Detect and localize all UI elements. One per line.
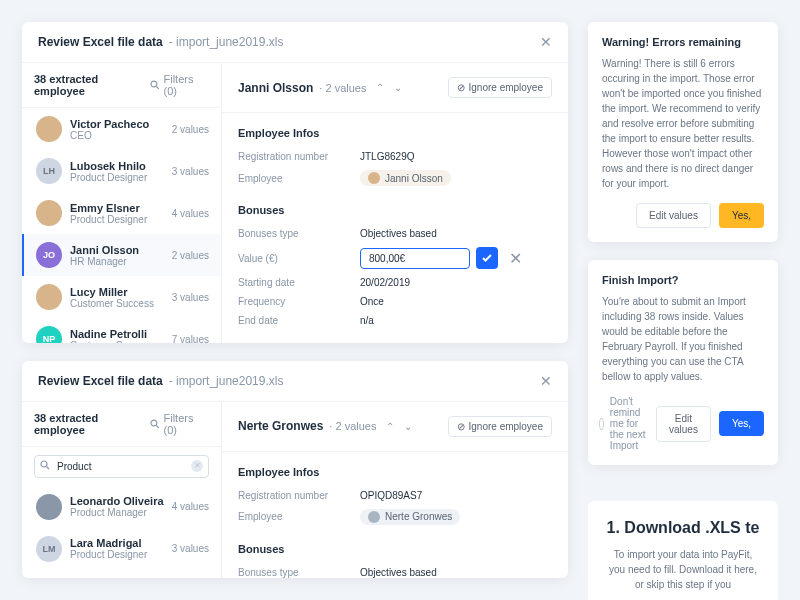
review-modal-1: Review Excel file data - import_june2019… [22, 22, 568, 343]
search-input[interactable] [34, 455, 209, 478]
svg-point-4 [151, 420, 157, 426]
step-title: 1. Download .XLS te [606, 519, 760, 537]
modal-filename: - import_june2019.xls [169, 35, 284, 49]
svg-line-7 [47, 466, 50, 469]
modal-header: Review Excel file data - import_june2019… [22, 22, 568, 63]
review-modal-2: Review Excel file data - import_june2019… [22, 361, 568, 579]
detail-panel: Janni Olsson · 2 values ⌃ ⌄ ⊘Ignore empl… [222, 63, 568, 343]
employee-chip: Nerte Gronwes [360, 509, 460, 525]
filters-button[interactable]: Filters (0) [150, 412, 209, 436]
ignore-button[interactable]: ⊘Ignore employee [448, 77, 553, 98]
detail-name: Janni Olsson [238, 81, 313, 95]
detail-panel: Nerte Gronwes · 2 values ⌃ ⌄ ⊘Ignore emp… [222, 402, 568, 579]
check-icon [481, 252, 493, 264]
detail-values: · 2 values [319, 82, 366, 94]
detail-values: · 2 values [329, 420, 376, 432]
svg-point-6 [41, 461, 47, 467]
value-input[interactable] [360, 248, 470, 269]
svg-line-5 [156, 425, 158, 427]
card-body: Warning! There is still 6 errors occurin… [602, 56, 764, 191]
search-box: ✕ [34, 455, 209, 478]
clear-search-icon[interactable]: ✕ [191, 460, 203, 472]
download-step: 1. Download .XLS te To import your data … [588, 501, 778, 600]
radio-icon [599, 418, 603, 430]
sidebar-item[interactable]: SWSebastian WestergrenHead of Product4 v… [22, 570, 221, 579]
card-title: Finish Import? [602, 274, 764, 286]
sidebar-item[interactable]: Lucy MillerCustomer Success3 values [22, 276, 221, 318]
detail-name: Nerte Gronwes [238, 419, 323, 433]
filters-button[interactable]: Filters (0) [150, 73, 209, 97]
chevron-down-icon[interactable]: ⌄ [404, 421, 412, 432]
section-title: Bonuses [238, 204, 552, 216]
cancel-button[interactable]: ✕ [504, 247, 526, 269]
ignore-button[interactable]: ⊘Ignore employee [448, 416, 553, 437]
modal-title: Review Excel file data [38, 374, 163, 388]
search-icon [40, 460, 50, 470]
employee-sidebar: 38 extracted employee Filters (0) Victor… [22, 63, 222, 343]
sidebar-item[interactable]: LHLubosek HniloProduct Designer3 values [22, 150, 221, 192]
sidebar-item-selected[interactable]: JOJanni OlssonHR Manager2 values [22, 234, 221, 276]
search-icon [150, 419, 160, 429]
chevron-up-icon[interactable]: ⌃ [376, 82, 384, 93]
svg-point-0 [151, 81, 157, 87]
card-body: You're about to submit an Import includi… [602, 294, 764, 384]
employee-chip: Janni Olsson [360, 170, 451, 186]
ban-icon: ⊘ [457, 421, 465, 432]
confirm-warning-button[interactable]: Yes, [719, 203, 764, 228]
chevron-down-icon[interactable]: ⌄ [394, 82, 402, 93]
card-title: Warning! Errors remaining [602, 36, 764, 48]
chevron-up-icon[interactable]: ⌃ [386, 421, 394, 432]
sidebar-item[interactable]: Leonardo OliveiraProduct Manager4 values [22, 486, 221, 528]
sidebar-item[interactable]: LMLara MadrigalProduct Designer3 values [22, 528, 221, 570]
edit-values-button[interactable]: Edit values [636, 203, 711, 228]
section-title: Bonuses [238, 543, 552, 555]
modal-title: Review Excel file data [38, 35, 163, 49]
search-icon [150, 80, 160, 90]
step-body: To import your data into PayFit, you nee… [606, 547, 760, 592]
finish-card: Finish Import? You're about to submit an… [588, 260, 778, 465]
employee-count: 38 extracted employee [34, 73, 150, 97]
confirm-finish-button[interactable]: Yes, [719, 411, 764, 436]
close-icon[interactable]: ✕ [540, 34, 552, 50]
sidebar-item[interactable]: Emmy ElsnerProduct Designer4 values [22, 192, 221, 234]
dont-remind-checkbox[interactable]: Don't remind me for the next Import [599, 396, 648, 451]
modal-filename: - import_june2019.xls [169, 374, 284, 388]
section-title: Employee Infos [238, 466, 552, 478]
modal-header: Review Excel file data - import_june2019… [22, 361, 568, 402]
section-title: Employee Infos [238, 127, 552, 139]
employee-count: 38 extracted employee [34, 412, 150, 436]
svg-line-1 [156, 86, 158, 88]
employee-sidebar: 38 extracted employee Filters (0) ✕ Leon… [22, 402, 222, 579]
close-icon[interactable]: ✕ [540, 373, 552, 389]
confirm-button[interactable] [476, 247, 498, 269]
edit-values-button[interactable]: Edit values [656, 406, 711, 442]
warning-card: Warning! Errors remaining Warning! There… [588, 22, 778, 242]
sidebar-item[interactable]: Victor PachecoCEO2 values [22, 108, 221, 150]
ban-icon: ⊘ [457, 82, 465, 93]
sidebar-item[interactable]: NPNadine PetrolliCustomer Success7 value… [22, 318, 221, 343]
